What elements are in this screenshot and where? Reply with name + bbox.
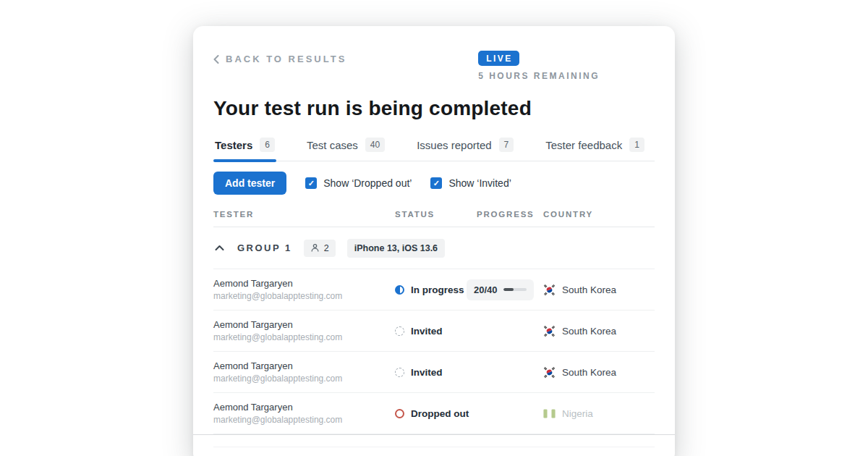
status-label: Dropped out bbox=[411, 408, 469, 419]
progress-cell: 20/40 bbox=[467, 279, 543, 300]
country-label: South Korea bbox=[562, 326, 616, 337]
group-name: GROUP 1 bbox=[237, 242, 292, 253]
filter-show-dropped-out[interactable]: ✓ Show ‘Dropped out’ bbox=[305, 177, 412, 189]
tester-email: marketing@globalapptesting.com bbox=[213, 415, 395, 425]
back-link-label: BACK TO RESULTS bbox=[226, 54, 346, 64]
tab-test-cases-count-badge: 40 bbox=[365, 138, 385, 152]
status-label: Invited bbox=[411, 367, 443, 378]
tester-email: marketing@globalapptesting.com bbox=[213, 291, 395, 301]
page-title: Your test run is being completed bbox=[213, 97, 655, 120]
status-cell: In progress bbox=[395, 284, 477, 295]
card-bottom-padding bbox=[213, 447, 655, 456]
flag-nigeria-icon bbox=[543, 408, 556, 419]
tab-tester-feedback-count-badge: 1 bbox=[629, 138, 644, 152]
tester-row: Aemond Targaryen marketing@globalapptest… bbox=[213, 269, 655, 311]
tester-cell: Aemond Targaryen marketing@globalapptest… bbox=[213, 319, 395, 342]
live-status-block: LIVE 5 HOURS REMAINING bbox=[478, 51, 600, 81]
chevron-up-icon bbox=[215, 245, 224, 251]
test-run-card: BACK TO RESULTS LIVE 5 HOURS REMAINING Y… bbox=[193, 26, 675, 456]
tab-testers-label: Testers bbox=[215, 139, 252, 151]
tester-cell: Aemond Targaryen marketing@globalapptest… bbox=[213, 402, 395, 425]
column-header-progress: PROGRESS bbox=[477, 210, 543, 219]
tester-email: marketing@globalapptesting.com bbox=[213, 373, 395, 384]
filter-dropped-out-label: Show ‘Dropped out’ bbox=[323, 177, 412, 189]
status-invited-icon bbox=[395, 368, 404, 377]
column-header-country: COUNTRY bbox=[543, 210, 655, 219]
tester-row: Aemond Targaryen marketing@globalapptest… bbox=[213, 352, 655, 393]
progress-value: 20/40 bbox=[474, 284, 498, 295]
back-to-results-link[interactable]: BACK TO RESULTS bbox=[213, 54, 346, 64]
toolbar: Add tester ✓ Show ‘Dropped out’ ✓ Show ‘… bbox=[213, 161, 655, 204]
status-cell: Dropped out bbox=[395, 408, 477, 419]
tab-bar: Testers 6 Test cases 40 Issues reported … bbox=[213, 133, 655, 161]
tester-name: Aemond Targaryen bbox=[213, 319, 395, 330]
collapse-group-button[interactable] bbox=[213, 242, 226, 254]
tester-row: Aemond Targaryen marketing@globalapptest… bbox=[213, 311, 655, 352]
progress-bar bbox=[503, 288, 527, 291]
tab-issues-reported-count-badge: 7 bbox=[499, 138, 514, 152]
add-tester-button[interactable]: Add tester bbox=[213, 172, 286, 195]
column-header-status: STATUS bbox=[395, 210, 477, 219]
tab-testers-count-badge: 6 bbox=[260, 138, 275, 152]
tester-name: Aemond Targaryen bbox=[213, 278, 395, 289]
person-icon bbox=[310, 243, 320, 253]
country-label: South Korea bbox=[562, 367, 616, 378]
status-dropped-out-icon bbox=[395, 409, 404, 418]
checkbox-checked-icon[interactable]: ✓ bbox=[430, 177, 442, 189]
filter-show-invited[interactable]: ✓ Show ‘Invited’ bbox=[430, 177, 511, 189]
country-cell: Nigeria bbox=[543, 408, 655, 419]
group-row: GROUP 1 2 iPhone 13, iOS 13.6 bbox=[213, 227, 655, 269]
country-label: Nigeria bbox=[562, 408, 593, 419]
card-header: BACK TO RESULTS LIVE 5 HOURS REMAINING bbox=[213, 51, 655, 81]
flag-south-korea-icon bbox=[543, 366, 556, 379]
country-cell: South Korea bbox=[543, 366, 655, 379]
filter-invited-label: Show ‘Invited’ bbox=[448, 177, 511, 189]
tab-test-cases-label: Test cases bbox=[307, 139, 358, 151]
tab-tester-feedback[interactable]: Tester feedback 1 bbox=[544, 133, 646, 161]
chevron-left-icon bbox=[213, 55, 219, 64]
country-cell: South Korea bbox=[543, 325, 655, 337]
flag-south-korea-icon bbox=[543, 284, 556, 296]
table-header-row: TESTER STATUS PROGRESS COUNTRY bbox=[213, 204, 655, 227]
status-cell: Invited bbox=[395, 326, 477, 337]
group-device-chip: iPhone 13, iOS 13.6 bbox=[347, 239, 445, 258]
tab-tester-feedback-label: Tester feedback bbox=[545, 139, 622, 151]
section-divider bbox=[193, 434, 675, 435]
tester-row: Aemond Targaryen marketing@globalapptest… bbox=[213, 393, 655, 434]
time-remaining-label: 5 HOURS REMAINING bbox=[478, 71, 600, 81]
progress-bar-fill bbox=[503, 288, 514, 291]
status-cell: Invited bbox=[395, 367, 477, 378]
tester-name: Aemond Targaryen bbox=[213, 360, 395, 371]
status-label: In progress bbox=[411, 284, 464, 295]
flag-south-korea-icon bbox=[543, 325, 556, 337]
country-label: South Korea bbox=[562, 284, 616, 295]
tab-issues-reported[interactable]: Issues reported 7 bbox=[415, 133, 515, 161]
group-tester-count: 2 bbox=[324, 243, 329, 253]
status-invited-icon bbox=[395, 326, 404, 336]
tester-cell: Aemond Targaryen marketing@globalapptest… bbox=[213, 278, 395, 301]
tester-cell: Aemond Targaryen marketing@globalapptest… bbox=[213, 360, 395, 384]
status-in-progress-icon bbox=[395, 285, 404, 295]
live-badge: LIVE bbox=[478, 51, 519, 66]
tester-email: marketing@globalapptesting.com bbox=[213, 332, 395, 342]
tab-testers[interactable]: Testers 6 bbox=[213, 133, 276, 161]
column-header-tester: TESTER bbox=[213, 210, 395, 219]
tab-test-cases[interactable]: Test cases 40 bbox=[305, 133, 386, 161]
status-label: Invited bbox=[411, 326, 443, 337]
tab-issues-reported-label: Issues reported bbox=[417, 139, 491, 151]
tester-name: Aemond Targaryen bbox=[213, 402, 395, 413]
checkbox-checked-icon[interactable]: ✓ bbox=[305, 177, 317, 189]
country-cell: South Korea bbox=[543, 284, 655, 296]
group-tester-count-chip: 2 bbox=[304, 240, 336, 257]
progress-chip: 20/40 bbox=[467, 279, 534, 300]
